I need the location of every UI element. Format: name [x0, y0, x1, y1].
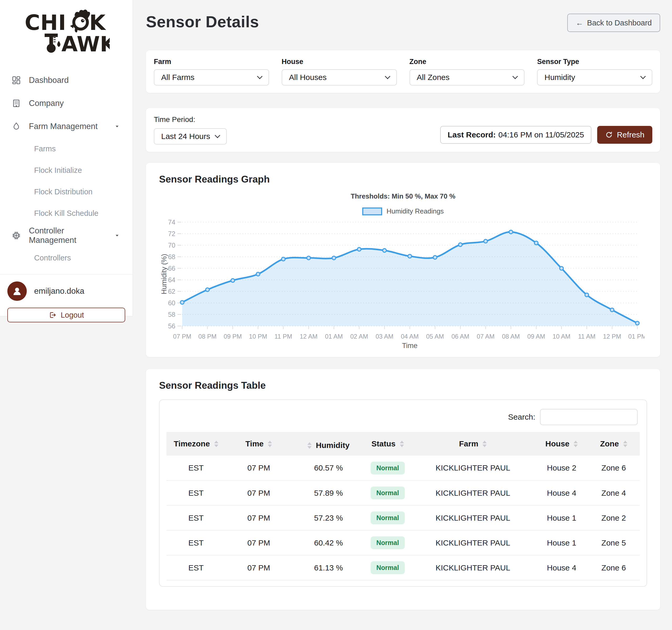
- zone-select-value: All Zones: [417, 73, 450, 82]
- sidebar-item-label: Company: [29, 99, 120, 108]
- cell-farm: KICKLIGHTER PAUL: [410, 480, 536, 505]
- svg-text:09 AM: 09 AM: [527, 333, 545, 340]
- sidebar-item-flock-kill-schedule[interactable]: Flock Kill Schedule: [0, 202, 133, 224]
- cell-time: 07 PM: [225, 580, 292, 587]
- last-record-value: 04:16 PM on 11/05/2025: [499, 130, 584, 139]
- table-row: EST07 PM60.57 %NormalKICKLIGHTER PAULHou…: [166, 456, 640, 480]
- sidebar-item-controller-management[interactable]: Controller Management: [0, 224, 133, 247]
- column-header-farm[interactable]: Farm: [410, 432, 536, 456]
- cell-status: Normal: [365, 580, 410, 587]
- svg-text:07 AM: 07 AM: [477, 333, 495, 340]
- sort-icon: [574, 440, 578, 447]
- svg-text:K: K: [89, 10, 106, 35]
- logout-button[interactable]: Logout: [7, 308, 125, 322]
- status-badge: Normal: [371, 536, 405, 549]
- search-input[interactable]: [540, 409, 638, 425]
- time-period-card: Time Period: Last 24 Hours Last Record: …: [146, 108, 660, 152]
- sidebar-item-flock-initialize[interactable]: Flock Initialize: [0, 159, 133, 181]
- svg-text:66: 66: [168, 264, 175, 272]
- humidity-chart: 7472706866646260585607 PM08 PM09 PM10 PM…: [159, 219, 645, 350]
- sensor-type-label: Sensor Type: [537, 58, 652, 66]
- column-header-zone[interactable]: Zone: [588, 432, 640, 456]
- cell-farm: KICKLIGHTER PAUL: [410, 505, 536, 530]
- cell-zone: Zone 4: [588, 480, 640, 505]
- sidebar-nav: DashboardCompanyFarm ManagementFarmsFloc…: [0, 69, 133, 269]
- sensor-readings-graph-card: Sensor Readings Graph Thresholds: Min 50…: [146, 163, 660, 357]
- time-period-group: Time Period: Last 24 Hours: [154, 116, 227, 145]
- sidebar-item-farms[interactable]: Farms: [0, 138, 133, 159]
- svg-text:10 PM: 10 PM: [249, 333, 267, 340]
- thermometer-icon: [45, 33, 61, 53]
- table-row: EST07 PM57.23 %NormalKICKLIGHTER PAULHou…: [166, 505, 640, 530]
- legend-swatch-icon: [362, 207, 382, 215]
- column-header-house[interactable]: House: [535, 432, 587, 456]
- last-record-label: Last Record:: [448, 130, 496, 139]
- sort-icon: [268, 440, 272, 447]
- svg-text:11 PM: 11 PM: [274, 333, 292, 340]
- filter-zone: Zone All Zones: [409, 58, 525, 85]
- sidebar-item-dashboard[interactable]: Dashboard: [0, 69, 133, 92]
- sidebar-item-flock-distribution[interactable]: Flock Distribution: [0, 181, 133, 202]
- house-label: House: [282, 58, 397, 66]
- cell-house: House 4: [535, 480, 587, 505]
- svg-text:02 AM: 02 AM: [350, 333, 368, 340]
- cell-zone: Zone 5: [588, 530, 640, 555]
- filters-card: Farm All Farms House All Houses Zone All…: [146, 50, 660, 93]
- svg-text:AWK: AWK: [62, 32, 110, 55]
- svg-text:07 PM: 07 PM: [173, 333, 191, 340]
- cell-house: House 2: [535, 456, 587, 480]
- column-label: House: [546, 439, 570, 448]
- cell-time: 07 PM: [225, 505, 292, 530]
- sort-icon: [623, 440, 627, 447]
- sensor-type-select[interactable]: Humidity: [537, 69, 652, 85]
- sensor-readings-table: TimezoneTimeHumidityStatusFarmHouseZone …: [166, 432, 640, 587]
- column-header-status[interactable]: Status: [365, 432, 410, 456]
- refresh-button[interactable]: Refresh: [597, 126, 652, 144]
- filter-farm: Farm All Farms: [154, 58, 269, 85]
- svg-text:03 AM: 03 AM: [376, 333, 393, 340]
- sidebar-item-label: Farms: [34, 145, 56, 153]
- house-select[interactable]: All Houses: [282, 69, 397, 85]
- cell-status: Normal: [365, 456, 410, 480]
- sort-icon: [400, 440, 404, 447]
- svg-text:60: 60: [168, 299, 175, 307]
- cell-timezone: EST: [166, 580, 225, 587]
- svg-text:08 AM: 08 AM: [502, 333, 520, 340]
- chevron-down-icon: [257, 73, 263, 79]
- back-to-dashboard-button[interactable]: ← Back to Dashboard: [567, 14, 660, 32]
- cell-timezone: EST: [166, 480, 225, 505]
- house-select-value: All Houses: [289, 73, 327, 82]
- cell-house: House 4: [535, 555, 587, 580]
- chart-legend[interactable]: Humidity Readings: [159, 207, 647, 215]
- cell-zone: Zone 2: [588, 505, 640, 530]
- back-label: Back to Dashboard: [587, 19, 652, 27]
- main-header: Sensor Details ← Back to Dashboard: [146, 12, 660, 32]
- cell-status: Normal: [365, 530, 410, 555]
- column-header-timezone[interactable]: Timezone: [166, 432, 225, 456]
- sort-icon: [307, 442, 312, 449]
- search-label: Search:: [508, 412, 535, 422]
- sidebar-item-company[interactable]: Company: [0, 92, 133, 115]
- person-icon: [11, 286, 23, 297]
- svg-text:70: 70: [168, 242, 175, 249]
- chicktawk-logo-graphic: CHI K AWK: [23, 8, 110, 55]
- sidebar-item-controllers[interactable]: Controllers: [0, 247, 133, 269]
- chicktawk-logo: CHI K AWK: [0, 0, 133, 55]
- svg-text:01 PM: 01 PM: [628, 333, 645, 340]
- cell-status: Normal: [365, 505, 410, 530]
- column-header-time[interactable]: Time: [225, 432, 292, 456]
- column-label: Humidity: [316, 441, 350, 450]
- sidebar-item-label: Flock Initialize: [34, 166, 82, 175]
- cell-zone: Zone 3: [588, 580, 640, 587]
- svg-text:06 AM: 06 AM: [452, 333, 469, 340]
- chevron-down-icon: [114, 232, 120, 239]
- sidebar-item-farm-management[interactable]: Farm Management: [0, 115, 133, 138]
- time-period-select[interactable]: Last 24 Hours: [154, 128, 227, 145]
- zone-select[interactable]: All Zones: [409, 69, 525, 85]
- farm-select[interactable]: All Farms: [154, 69, 269, 85]
- avatar: [7, 281, 27, 301]
- column-header-humidity[interactable]: Humidity: [292, 432, 365, 456]
- company-icon: [11, 99, 21, 108]
- time-period-value: Last 24 Hours: [161, 132, 210, 141]
- graph-title: Sensor Readings Graph: [159, 174, 647, 185]
